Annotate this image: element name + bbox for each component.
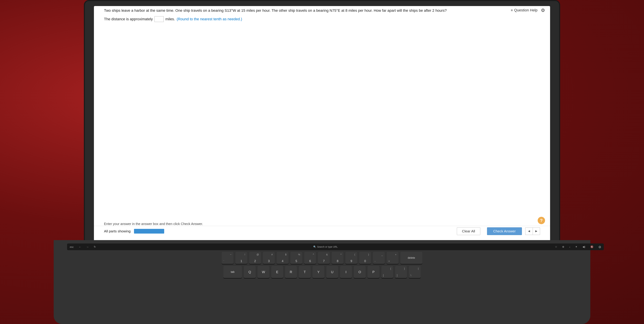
all-parts-label: All parts showing	[104, 229, 131, 233]
key-equal[interactable]: +=	[387, 252, 398, 264]
touchbar-left-angle[interactable]: ‹	[569, 245, 570, 248]
key-9[interactable]: (9	[346, 252, 357, 264]
key-backtick[interactable]: ~`	[222, 252, 234, 264]
laptop-base: esc ← → ↻ 🔍 Search or type URL ☆ ⊕ ‹ ✶ ◀…	[54, 240, 590, 324]
keyboard: ~` !1 @2 #3 $4 %5 ^6 &7 *8 (9 )0 _- += d…	[67, 252, 577, 280]
touchbar-forward[interactable]: →	[86, 245, 89, 248]
touchbar-back[interactable]: ←	[79, 245, 81, 248]
key-7[interactable]: &7	[318, 252, 330, 264]
gear-icon-button[interactable]: ⚙	[541, 8, 545, 13]
nav-prev-icon: ◄	[528, 229, 531, 233]
round-note: (Round to the nearest tenth as needed.)	[176, 17, 242, 21]
key-lbracket[interactable]: {[	[381, 266, 393, 278]
progress-bar-fill	[134, 229, 164, 234]
key-minus[interactable]: _-	[373, 252, 385, 264]
touchbar-volume-down[interactable]: 🔇	[590, 245, 594, 248]
keyboard-row-number: ~` !1 @2 #3 $4 %5 ^6 &7 *8 (9 )0 _- += d…	[67, 252, 577, 264]
search-icon: 🔍	[313, 245, 316, 248]
touchbar-search[interactable]: 🔍 Search or type URL	[101, 245, 550, 248]
touchbar-refresh[interactable]: ↻	[94, 245, 96, 248]
key-6[interactable]: ^6	[304, 252, 316, 264]
key-e[interactable]: E	[271, 266, 283, 278]
touchbar-volume-up[interactable]: ◀)	[582, 245, 585, 248]
touchbar-lock[interactable]: ⏻	[598, 245, 601, 248]
key-r[interactable]: R	[285, 266, 297, 278]
key-y[interactable]: Y	[312, 266, 324, 278]
keyboard-row-qwerty: tab Q W E R T Y U I O P {[ }] |\	[67, 266, 577, 278]
key-backslash[interactable]: |\	[409, 266, 420, 278]
answer-prefix: The distance is approximately	[104, 17, 153, 21]
key-1[interactable]: !1	[236, 252, 247, 264]
content-area: ≡ Question Help ⚙ Two ships leave a harb…	[94, 6, 550, 241]
touchbar-search-text: Search or type URL	[317, 245, 338, 248]
key-i[interactable]: I	[340, 266, 352, 278]
key-w[interactable]: W	[258, 266, 269, 278]
laptop-lid: ≡ Question Help ⚙ Two ships leave a harb…	[84, 0, 560, 248]
instruction-text: Enter your answer in the answer box and …	[104, 222, 203, 226]
nav-next-button[interactable]: ►	[533, 227, 540, 235]
touchbar-bookmark[interactable]: ☆	[555, 245, 557, 248]
key-2[interactable]: @2	[249, 252, 261, 264]
answer-input[interactable]	[154, 16, 164, 22]
nav-prev-button[interactable]: ◄	[525, 227, 533, 235]
key-4[interactable]: $4	[277, 252, 288, 264]
key-5[interactable]: %5	[290, 252, 302, 264]
key-o[interactable]: O	[354, 266, 366, 278]
gear-icon: ⚙	[541, 8, 545, 13]
key-8[interactable]: *8	[332, 252, 344, 264]
touch-bar: esc ← → ↻ 🔍 Search or type URL ☆ ⊕ ‹ ✶ ◀…	[67, 243, 604, 250]
touchbar-esc[interactable]: esc	[70, 245, 74, 248]
touchbar-plus[interactable]: ⊕	[562, 245, 564, 248]
key-tab[interactable]: tab	[224, 266, 242, 278]
touchbar-brightness[interactable]: ✶	[575, 245, 578, 248]
instruction-bar: Enter your answer in the answer box and …	[94, 222, 550, 226]
check-answer-button[interactable]: Check Answer	[487, 227, 522, 235]
clear-all-button[interactable]: Clear All	[457, 227, 480, 235]
key-p[interactable]: P	[368, 266, 379, 278]
key-0[interactable]: )0	[359, 252, 371, 264]
problem-area: Two ships leave a harbor at the same tim…	[104, 8, 540, 22]
answer-line: The distance is approximately miles. (Ro…	[104, 16, 540, 22]
footer-bar: All parts showing Clear All Check Answer…	[94, 226, 550, 236]
key-t[interactable]: T	[299, 266, 310, 278]
answer-suffix: miles.	[165, 17, 175, 21]
nav-next-icon: ►	[535, 229, 538, 233]
problem-text: Two ships leave a harbor at the same tim…	[104, 8, 540, 13]
key-rbracket[interactable]: }]	[395, 266, 407, 278]
key-3[interactable]: #3	[263, 252, 275, 264]
key-delete[interactable]: delete	[400, 252, 422, 264]
key-u[interactable]: U	[326, 266, 338, 278]
progress-bar	[134, 229, 164, 234]
key-q[interactable]: Q	[244, 266, 256, 278]
laptop-screen: ≡ Question Help ⚙ Two ships leave a harb…	[94, 6, 550, 241]
